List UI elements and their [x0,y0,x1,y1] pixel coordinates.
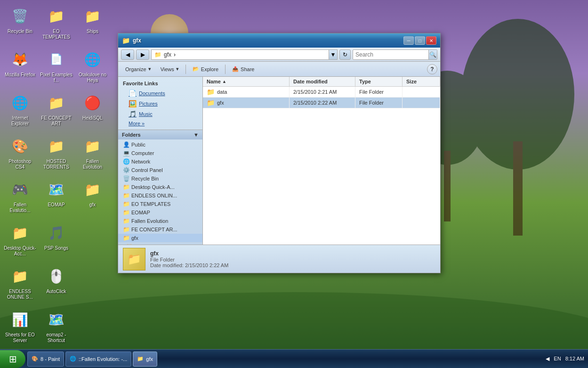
svg-point-0 [461,19,574,170]
explore-button[interactable]: 📂 Explore [188,63,223,75]
tree-item-eo-templates[interactable]: 📁 EO TEMPLATES [118,200,202,208]
share-button[interactable]: 📤 Share [228,63,258,75]
desktop-icon-otakulove[interactable]: 🌐 Otakulove no Heya [75,46,110,88]
desktop: 🗑️ Recycle Bin 📁 EO TEMPLATES 📁 Ships 🦊 … [0,0,588,368]
file-cell-type-gfx: File Folder [355,98,403,108]
pictures-icon: 🖼️ [129,100,137,107]
address-bar: ◀ ▶ 📁 gfx › ▼ ↻ 🔍 [118,48,440,62]
col-header-name[interactable]: Name ▲ [203,77,290,86]
desktop-icon-ships[interactable]: 📁 Ships [75,2,110,45]
computer-icon: 💻 [123,150,130,156]
taskbar-item-gfx[interactable]: 📁 gfx [133,352,157,367]
desktop-icon-recycle-bin[interactable]: 🗑️ Recycle Bin [2,2,38,45]
desktop-icon-desktop-quick[interactable]: 📁 Desktop Quick-Acc... [2,219,38,262]
title-bar-icon: 📁 [122,37,130,44]
tree-item-desktop-quick[interactable]: 📁 Desktop Quick-A... [118,183,202,191]
col-header-date[interactable]: Date modified [290,77,355,86]
help-button[interactable]: ? [427,64,437,74]
address-input[interactable]: 📁 gfx › [151,49,329,60]
control-panel-icon: ⚙️ [123,167,130,173]
desktop-icon-eomap[interactable]: 🗺️ EOMAP [39,176,74,218]
toolbar: Organize ▾ Views ▾ 📂 Explore 📤 Share ? [118,62,440,77]
title-bar: 📁 gfx ─ □ ✕ [118,33,440,48]
eomap-icon: 📁 [123,209,130,216]
address-dropdown-button[interactable]: ▼ [329,49,338,60]
desktop-icon-eomap2[interactable]: 🗺️ eomap2 - Shortcut [39,306,74,348]
taskbar-time: 8:12 AM [565,355,584,362]
public-icon: 👤 [123,141,130,148]
taskbar-clock: 8:12 AM [565,355,584,362]
desktop-icon-sheets-eo[interactable]: 📊 Sheets for EO Server [2,306,38,348]
sidebar-item-documents[interactable]: 📄 Documents [118,88,202,98]
desktop-icon-internet-explorer[interactable]: 🌐 Internet Explorer [2,89,38,131]
organize-button[interactable]: Organize ▾ [121,63,155,75]
folders-header[interactable]: Folders ▼ [118,130,202,139]
refresh-button[interactable]: ↻ [339,49,351,60]
desktop-icon-eo-templates[interactable]: 📁 EO TEMPLATES [39,2,74,45]
gfx-icon: 📁 [123,235,130,241]
desktop-icon-photoshop[interactable]: 🎨 Photoshop CS4 [2,132,38,175]
taskbar-item-paint[interactable]: 🎨 8 - Paint [27,352,64,367]
views-arrow: ▾ [176,66,179,72]
tree-item-fallen-evolution[interactable]: 📁 Fallen Evolution [118,217,202,225]
tree-item-endless-online[interactable]: 📁 ENDLESS ONLIN... [118,191,202,200]
desktop-icon-fallen-evalutio[interactable]: 🎮 Fallen Evalutio... [2,176,38,218]
tree-item-recycle-bin[interactable]: 🗑️ Recycle Bin [118,174,202,183]
desktop-icon-heidisql[interactable]: 🔴 HeidiSQL [75,89,110,131]
desktop-icon-firefox[interactable]: 🦊 Mozilla Firefox [2,46,38,88]
col-header-type[interactable]: Type [355,77,403,86]
tree-item-control-panel[interactable]: ⚙️ Control Panel [118,166,202,174]
search-button[interactable]: 🔍 [428,50,437,59]
show-hidden-button[interactable]: ◀ [546,356,549,362]
desktop-icon-endless-online[interactable]: 📁 ENDLESS ONLINE S... [2,262,38,305]
file-row-data[interactable]: 📁 data 2/15/2010 2:21 AM File Folder [203,87,440,98]
status-date: Date modified: 2/15/2010 2:22 AM [150,262,228,268]
sidebar-item-pictures[interactable]: 🖼️ Pictures [118,98,202,109]
explore-icon: 📂 [193,66,199,72]
desktop-icon-fe-concept-art[interactable]: 📁 FE CONCEPT ART [39,89,74,131]
share-icon: 📤 [232,66,239,72]
minimize-button[interactable]: ─ [403,36,414,45]
share-label: Share [241,66,254,72]
endless-online-icon: 📁 [123,192,130,199]
start-icon: ⊞ [9,353,17,365]
taskbar-item-fallen-evolution[interactable]: 🌐 ::Fallen Evolution: -... [65,352,131,367]
file-cell-name-gfx: 📁 gfx [203,98,290,108]
file-cell-size-data [403,87,440,97]
sidebar-item-more[interactable]: More » [118,119,202,128]
back-button[interactable]: ◀ [121,49,134,60]
toolbar-separator-1 [185,65,186,74]
desktop-icon-gfx[interactable]: 📁 gfx [75,176,110,218]
gfx-task-icon: 📁 [137,356,144,362]
desktop-icon-autoclick[interactable]: 🖱️ AutoClick [39,262,74,305]
status-info: gfx File Folder Date modified: 2/15/2010… [150,250,228,268]
address-path: gfx [164,51,171,58]
tree-item-network[interactable]: 🌐 Network [118,157,202,166]
music-icon: 🎵 [129,110,137,118]
recycle-bin-icon: 🗑️ [123,175,130,182]
desktop-icon-psp-songs[interactable]: 🎵 PSP Songs [39,219,74,262]
desktop-icon-pixel-examples[interactable]: 📄 Pixel Examples f... [39,46,74,88]
tree-item-public[interactable]: 👤 Public [118,140,202,149]
file-row-gfx[interactable]: 📁 gfx 2/15/2010 2:22 AM File Folder [203,98,440,108]
tree-item-fe-concept[interactable]: 📁 FE CONCEPT AR... [118,225,202,234]
desktop-icon-fallen-evolution[interactable]: 📁 Fallen Evolution [75,132,110,175]
tree-item-computer[interactable]: 💻 Computer [118,149,202,157]
status-name: gfx [150,250,228,257]
file-cell-type-data: File Folder [355,87,403,97]
address-folder-icon: 📁 [154,51,161,58]
start-button[interactable]: ⊞ [0,350,25,368]
taskbar: ⊞ 🎨 8 - Paint 🌐 ::Fallen Evolution: -...… [0,349,588,368]
fallen-evolution-task-icon: 🌐 [70,356,76,362]
search-input[interactable] [353,50,428,59]
desktop-icon-hosted-torrents[interactable]: 📁 HOSTED TORRENTS [39,132,74,175]
forward-button[interactable]: ▶ [136,49,149,60]
sidebar-item-music[interactable]: 🎵 Music [118,109,202,119]
tree-item-gfx[interactable]: 📁 gfx [118,234,202,242]
tree-item-eomap[interactable]: 📁 EOMAP [118,208,202,217]
views-button[interactable]: Views ▾ [156,63,183,75]
toolbar-separator-2 [225,65,226,74]
maximize-button[interactable]: □ [415,36,425,45]
col-header-size[interactable]: Size [403,77,440,86]
close-button[interactable]: ✕ [426,36,436,45]
